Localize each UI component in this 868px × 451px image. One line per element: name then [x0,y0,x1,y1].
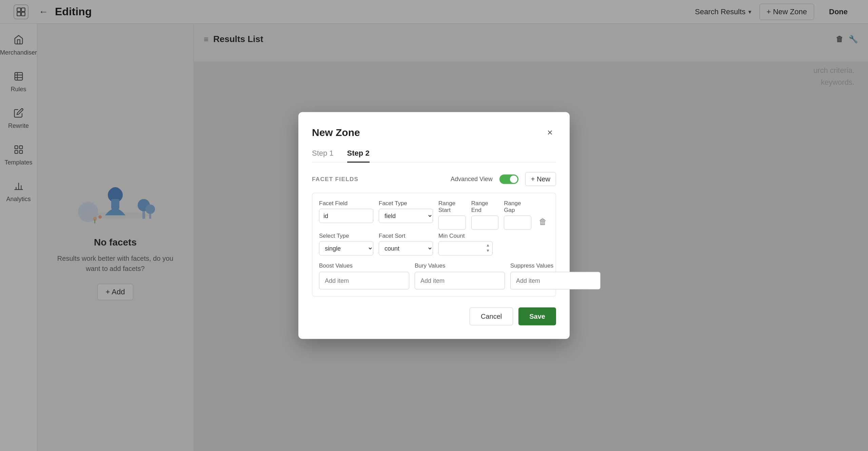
facet-sort-col: Facet Sort count index [379,233,433,256]
select-type-select[interactable]: single multiple [319,241,373,256]
modal-footer: Cancel Save [312,308,556,326]
facet-fields-right: Advanced View + New [451,172,556,186]
min-count-label: Min Count [438,233,493,239]
advanced-view-label: Advanced View [451,176,493,183]
range-end-col: Range End [471,200,499,230]
facet-field-input[interactable] [319,209,373,223]
delete-row-btn[interactable]: 🗑 [537,200,549,230]
select-type-col: Select Type single multiple [319,233,373,256]
modal-tabs: Step 1 Step 2 [312,149,556,163]
suppress-values-input[interactable] [510,272,600,290]
toggle-switch[interactable] [499,174,518,184]
facet-fields-header: FACET FIELDS Advanced View + New [312,172,556,186]
range-start-col: Range Start [438,200,466,230]
range-start-label: Range Start [438,200,466,214]
facet-row: Facet Field Facet Type field range inter… [312,193,556,297]
range-gap-col: Range Gap [504,200,531,230]
new-facet-button[interactable]: + New [525,172,556,186]
save-button[interactable]: Save [518,308,556,326]
range-end-label: Range End [471,200,499,214]
min-count-input[interactable] [438,241,493,256]
bury-values-label: Bury Values [415,262,505,269]
bury-values-input[interactable] [415,272,505,290]
modal-close-button[interactable]: × [544,126,556,139]
facet-type-select[interactable]: field range interval [379,209,433,223]
boost-values-input[interactable] [319,272,409,290]
modal-title: New Zone [312,127,360,138]
new-zone-modal: New Zone × Step 1 Step 2 FACET FIELDS Ad… [298,112,570,339]
range-gap-input[interactable] [504,216,531,230]
min-count-input-wrap: ▲ ▼ [438,241,493,256]
delete-row-icon[interactable]: 🗑 [537,215,549,229]
tab-step1[interactable]: Step 1 [312,149,334,163]
facet-type-label: Facet Type [379,200,433,207]
select-type-label: Select Type [319,233,373,239]
bury-values-col: Bury Values [415,262,505,290]
facet-row-bottom: Select Type single multiple Facet Sort c… [319,233,549,256]
tab-step2[interactable]: Step 2 [347,149,370,163]
facet-field-label: Facet Field [319,200,373,207]
cancel-button[interactable]: Cancel [470,308,513,326]
number-spinners: ▲ ▼ [485,243,491,253]
facet-row-col-headers: Facet Field Facet Type field range inter… [319,200,549,230]
toggle-knob [510,175,517,183]
suppress-values-label: Suppress Values [510,262,600,269]
range-end-input[interactable] [471,216,499,230]
spin-up-button[interactable]: ▲ [485,243,491,248]
boost-values-label: Boost Values [319,262,409,269]
range-gap-label: Range Gap [504,200,531,214]
facet-field-col: Facet Field [319,200,373,230]
facet-fields-label: FACET FIELDS [312,176,358,182]
facet-sort-label: Facet Sort [379,233,433,239]
boost-bury-suppress-row: Boost Values Bury Values Suppress Values [319,262,549,290]
min-count-col: Min Count ▲ ▼ [438,233,493,256]
suppress-values-col: Suppress Values [510,262,600,290]
modal-header: New Zone × [312,126,556,139]
boost-values-col: Boost Values [319,262,409,290]
facet-sort-select[interactable]: count index [379,241,433,256]
range-start-input[interactable] [438,216,466,230]
facet-type-col: Facet Type field range interval [379,200,433,230]
spin-down-button[interactable]: ▼ [485,248,491,253]
advanced-view-toggle[interactable] [499,174,518,184]
